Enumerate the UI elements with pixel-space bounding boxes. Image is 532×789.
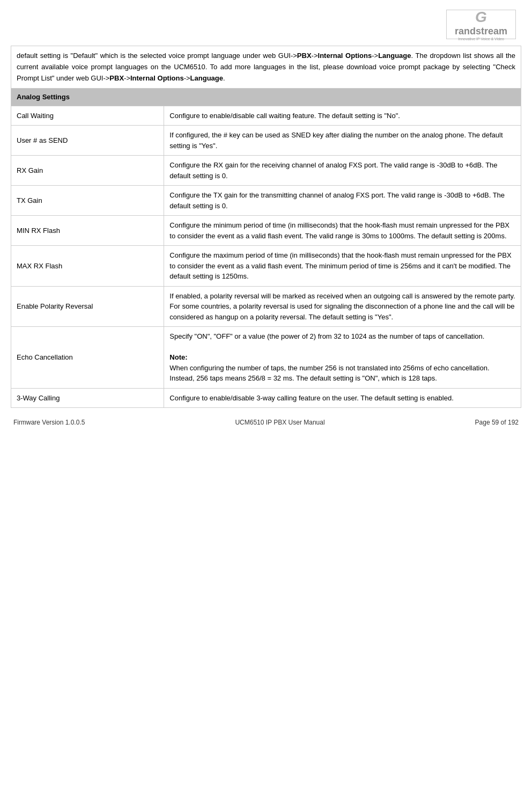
label-echo-cancellation: Echo Cancellation bbox=[11, 327, 164, 389]
intro-bold-internal1: Internal Options bbox=[318, 52, 372, 60]
desc-polarity-reversal: If enabled, a polarity reversal will be … bbox=[164, 286, 521, 327]
logo-g-letter: G bbox=[475, 9, 487, 26]
intro-bold-pbx2: PBX bbox=[109, 74, 124, 82]
intro-bold-internal2: Internal Options bbox=[130, 74, 184, 82]
intro-text3: . bbox=[223, 74, 225, 82]
intro-text1: default setting is "Default" which is th… bbox=[17, 52, 297, 60]
desc-rx-gain: Configure the RX gain for the receiving … bbox=[164, 156, 521, 186]
desc-min-rx-flash: Configure the minimum period of time (in… bbox=[164, 216, 521, 246]
footer-firmware: Firmware Version 1.0.0.5 bbox=[13, 419, 85, 426]
label-tx-gain: TX Gain bbox=[11, 186, 164, 216]
desc-tx-gain: Configure the TX gain for the transmitti… bbox=[164, 186, 521, 216]
main-table: default setting is "Default" which is th… bbox=[11, 46, 521, 408]
section-header-row: Analog Settings bbox=[11, 89, 521, 106]
footer-manual: UCM6510 IP PBX User Manual bbox=[235, 419, 324, 426]
echo-note-text: When configuring the number of taps, the… bbox=[169, 364, 489, 383]
footer-page: Page 59 of 192 bbox=[475, 419, 519, 426]
desc-3way-calling: Configure to enable/disable 3-way callin… bbox=[164, 388, 521, 408]
desc-call-waiting: Configure to enable/disable call waiting… bbox=[164, 106, 521, 126]
intro-cell: default setting is "Default" which is th… bbox=[11, 46, 521, 89]
table-row: MAX RX Flash Configure the maximum perio… bbox=[11, 246, 521, 287]
table-row: RX Gain Configure the RX gain for the re… bbox=[11, 156, 521, 186]
intro-bold-lang2: Language bbox=[190, 74, 223, 82]
label-max-rx-flash: MAX RX Flash bbox=[11, 246, 164, 287]
label-user-send: User # as SEND bbox=[11, 126, 164, 156]
table-row: 3-Way Calling Configure to enable/disabl… bbox=[11, 388, 521, 408]
table-row: Call Waiting Configure to enable/disable… bbox=[11, 106, 521, 126]
desc-user-send: If configured, the # key can be used as … bbox=[164, 126, 521, 156]
table-row: User # as SEND If configured, the # key … bbox=[11, 126, 521, 156]
logo-tagline: Innovative IP Voice & Video bbox=[458, 37, 504, 41]
intro-row: default setting is "Default" which is th… bbox=[11, 46, 521, 89]
header-logo: G randstream Innovative IP Voice & Video bbox=[11, 5, 521, 43]
section-header-cell: Analog Settings bbox=[11, 89, 521, 106]
label-polarity-reversal: Enable Polarity Reversal bbox=[11, 286, 164, 327]
page-container: G randstream Innovative IP Voice & Video… bbox=[0, 0, 532, 789]
intro-arrow1: -> bbox=[312, 52, 318, 60]
table-row: TX Gain Configure the TX gain for the tr… bbox=[11, 186, 521, 216]
table-row: MIN RX Flash Configure the minimum perio… bbox=[11, 216, 521, 246]
logo-box: G randstream Innovative IP Voice & Video bbox=[446, 10, 516, 39]
desc-echo-cancellation: Specify "ON", "OFF" or a value (the powe… bbox=[164, 327, 521, 389]
logo-brand: randstream bbox=[455, 26, 507, 37]
intro-bold-lang1: Language bbox=[378, 52, 411, 60]
intro-bold-pbx1: PBX bbox=[297, 52, 312, 60]
intro-arrow4: -> bbox=[184, 74, 190, 82]
label-3way-calling: 3-Way Calling bbox=[11, 388, 164, 408]
table-row: Echo Cancellation Specify "ON", "OFF" or… bbox=[11, 327, 521, 389]
echo-desc-part1: Specify "ON", "OFF" or a value (the powe… bbox=[169, 332, 484, 340]
intro-arrow3: -> bbox=[124, 74, 130, 82]
footer: Firmware Version 1.0.0.5 UCM6510 IP PBX … bbox=[11, 419, 521, 426]
table-row: Enable Polarity Reversal If enabled, a p… bbox=[11, 286, 521, 327]
desc-max-rx-flash: Configure the maximum period of time (in… bbox=[164, 246, 521, 287]
label-rx-gain: RX Gain bbox=[11, 156, 164, 186]
label-min-rx-flash: MIN RX Flash bbox=[11, 216, 164, 246]
label-call-waiting: Call Waiting bbox=[11, 106, 164, 126]
intro-arrow2: -> bbox=[372, 52, 378, 60]
echo-note-label: Note: bbox=[169, 353, 187, 361]
